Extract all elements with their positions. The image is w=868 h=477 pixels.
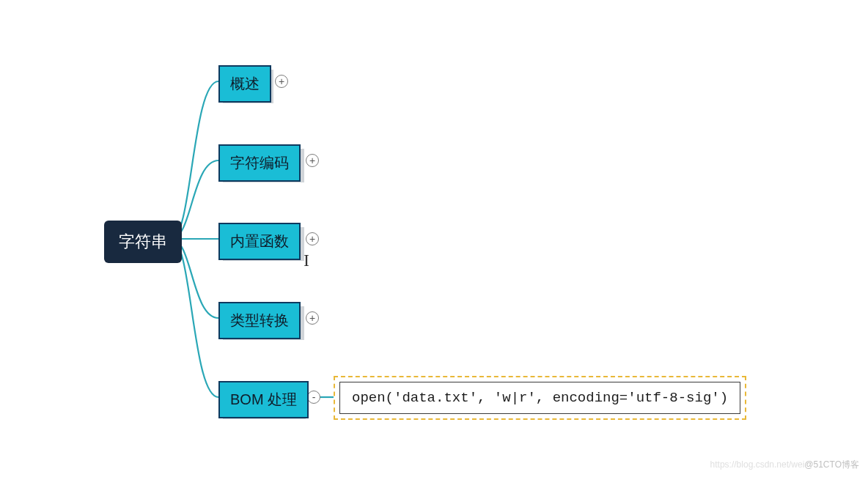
root-label: 字符串 — [119, 231, 167, 253]
child-node-typeconv[interactable]: 类型转换 — [218, 302, 301, 339]
leaf-code-text: open('data.txt', 'w|r', encoding='utf-8-… — [352, 390, 728, 406]
toggle-glyph: + — [279, 76, 284, 86]
root-node[interactable]: 字符串 — [104, 221, 182, 263]
toggle-glyph: + — [309, 234, 315, 244]
child-label: 字符编码 — [230, 153, 289, 173]
collapse-icon[interactable]: - — [307, 391, 320, 404]
watermark-text: @51CTO博客 — [804, 459, 859, 470]
child-node-bom[interactable]: BOM 处理 — [218, 381, 309, 418]
child-label: 概述 — [230, 74, 260, 94]
expand-icon[interactable]: + — [275, 75, 288, 88]
watermark: https://blog.csdn.net/wei@51CTO博客 — [710, 459, 859, 471]
child-node-overview[interactable]: 概述 — [218, 65, 271, 103]
expand-icon[interactable]: + — [306, 232, 319, 245]
child-node-encoding[interactable]: 字符编码 — [218, 144, 301, 182]
expand-icon[interactable]: + — [306, 311, 319, 325]
text-cursor-icon: I — [304, 251, 309, 270]
leaf-node-code[interactable]: open('data.txt', 'w|r', encoding='utf-8-… — [339, 382, 740, 414]
toggle-glyph: + — [309, 313, 315, 323]
child-node-builtin[interactable]: 内置函数 — [218, 223, 301, 260]
leaf-selection-box[interactable]: open('data.txt', 'w|r', encoding='utf-8-… — [334, 376, 746, 420]
child-label: 类型转换 — [230, 311, 289, 330]
expand-icon[interactable]: + — [306, 154, 319, 167]
toggle-glyph: - — [312, 392, 316, 402]
child-label: BOM 处理 — [230, 390, 297, 410]
watermark-faint: https://blog.csdn.net/wei — [710, 459, 805, 470]
child-label: 内置函数 — [230, 232, 289, 251]
toggle-glyph: + — [309, 155, 315, 166]
